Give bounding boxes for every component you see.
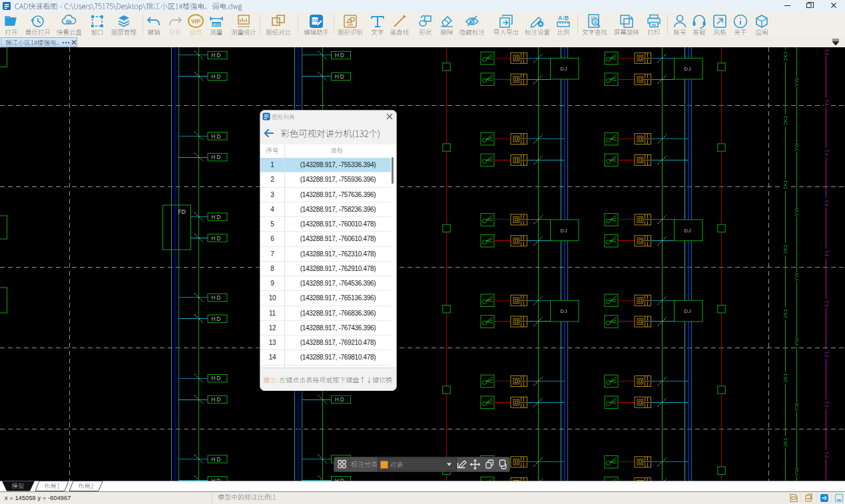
svg-text:A:B: A:B	[558, 15, 569, 21]
svg-text:YW: YW	[794, 208, 800, 216]
svg-text:2K1: 2K1	[782, 308, 788, 318]
svg-text:HD: HD	[211, 235, 222, 242]
svg-text:2K1: 2K1	[782, 373, 788, 383]
svg-text:DJ: DJ	[685, 308, 692, 314]
svg-text:VIP: VIP	[191, 18, 200, 25]
svg-text:F1: F1	[824, 250, 830, 256]
svg-text:F1: F1	[824, 401, 830, 407]
svg-text:DJ: DJ	[561, 308, 568, 314]
svg-text:DJ: DJ	[561, 66, 568, 72]
svg-text:YW: YW	[794, 142, 800, 151]
svg-text:FD: FD	[178, 208, 186, 215]
svg-text:YW: YW	[794, 402, 800, 411]
svg-text:HD: HD	[211, 316, 222, 322]
svg-text:2K1: 2K1	[782, 51, 788, 61]
svg-text:F1: F1	[824, 200, 830, 206]
svg-text:HD: HD	[211, 52, 222, 59]
svg-text:2K1: 2K1	[782, 180, 788, 190]
svg-text:F1: F1	[824, 149, 830, 156]
svg-text:2K1: 2K1	[782, 437, 788, 447]
svg-text:2K1: 2K1	[782, 244, 788, 254]
svg-text:HD: HD	[211, 456, 222, 463]
svg-text:A: A	[594, 19, 597, 24]
svg-text:HD: HD	[211, 396, 222, 403]
svg-text:CAD: CAD	[312, 19, 318, 22]
svg-text:F1: F1	[824, 350, 830, 357]
svg-text:HD: HD	[211, 214, 222, 220]
svg-text:DJ: DJ	[561, 228, 568, 234]
svg-text:HD: HD	[335, 52, 346, 59]
svg-text:HD: HD	[211, 133, 222, 140]
svg-text:YW: YW	[794, 78, 800, 87]
svg-text:YW: YW	[794, 272, 800, 281]
svg-text:F1: F1	[824, 451, 830, 458]
svg-text:2K1: 2K1	[782, 115, 788, 125]
svg-text:MEAS: MEAS	[212, 23, 221, 26]
svg-text:YW: YW	[794, 338, 800, 346]
svg-text:HD: HD	[211, 154, 222, 160]
svg-text:YW: YW	[794, 467, 800, 476]
svg-text:F1: F1	[824, 49, 830, 55]
svg-text:HD: HD	[211, 375, 222, 381]
svg-text:DJ: DJ	[685, 66, 692, 72]
svg-text:HD: HD	[335, 73, 346, 80]
svg-text:F1: F1	[824, 300, 830, 307]
svg-text:HD: HD	[335, 396, 346, 403]
svg-text:DJ: DJ	[685, 228, 692, 234]
svg-text:HD: HD	[211, 73, 222, 80]
svg-text:HD: HD	[211, 294, 222, 301]
svg-text:F1: F1	[824, 99, 830, 105]
